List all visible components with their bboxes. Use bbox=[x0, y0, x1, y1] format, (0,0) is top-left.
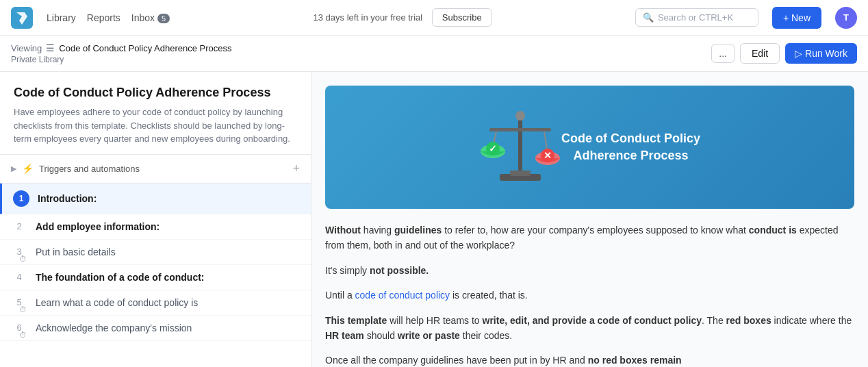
step-number: 4 bbox=[11, 272, 27, 282]
breadcrumb-actions: ... Edit ▷ Run Work bbox=[711, 43, 857, 64]
breadcrumb-top: Viewing ☰ Code of Conduct Policy Adheren… bbox=[11, 42, 232, 53]
steps-list: 1Introduction:2Add employee information:… bbox=[0, 184, 311, 341]
hero-image: ✓ ✕ Code of Conduct Policy Adherence Pro… bbox=[325, 86, 854, 209]
step-item[interactable]: 2Add employee information: bbox=[0, 214, 311, 240]
svg-rect-6 bbox=[489, 128, 551, 131]
article-paragraph-3: Until a code of conduct policy is create… bbox=[325, 288, 854, 303]
app-logo[interactable] bbox=[11, 7, 33, 29]
avatar[interactable]: T bbox=[835, 7, 857, 29]
step-item[interactable]: 5⏱Learn what a code of conduct policy is bbox=[0, 290, 311, 316]
more-options-button[interactable]: ... bbox=[711, 44, 735, 63]
article-content: Without having guidelines to refer to, h… bbox=[311, 209, 868, 367]
left-panel-header: Code of Conduct Policy Adherence Process… bbox=[0, 72, 311, 155]
step-label: Put in basic details bbox=[36, 246, 116, 257]
step-label: Add employee information: bbox=[36, 221, 159, 232]
article-paragraph-4: This template will help HR teams to writ… bbox=[325, 313, 854, 344]
article-paragraph-1: Without having guidelines to refer to, h… bbox=[325, 223, 854, 253]
nav-reports[interactable]: Reports bbox=[87, 12, 120, 23]
search-placeholder: Search or CTRL+K bbox=[658, 12, 733, 23]
new-button[interactable]: + New bbox=[772, 7, 821, 29]
bold-conduct: conduct is bbox=[749, 225, 797, 236]
breadcrumb-left: Viewing ☰ Code of Conduct Policy Adheren… bbox=[11, 42, 232, 64]
breadcrumb-bar: Viewing ☰ Code of Conduct Policy Adheren… bbox=[0, 36, 868, 72]
bold-no-red-boxes: no red boxes remain bbox=[588, 355, 682, 366]
triggers-label: Triggers and automations bbox=[39, 164, 140, 174]
svg-text:✓: ✓ bbox=[489, 143, 497, 154]
step-clock-icon: ⏱ bbox=[19, 255, 27, 263]
step-clock-icon: ⏱ bbox=[19, 305, 27, 314]
step-item[interactable]: 3⏱Put in basic details bbox=[0, 240, 311, 265]
breadcrumb-title: Code of Conduct Policy Adherence Process bbox=[59, 43, 231, 53]
bold-write-edit: write, edit, and provide a code of condu… bbox=[483, 315, 702, 326]
bold-guidelines: guidelines bbox=[394, 225, 442, 236]
trial-banner: 13 days left in your free trial Subscrib… bbox=[183, 8, 622, 27]
step-item[interactable]: 1Introduction: bbox=[0, 184, 311, 214]
breadcrumb-subtitle: Private Library bbox=[11, 55, 232, 64]
left-panel: Code of Conduct Policy Adherence Process… bbox=[0, 72, 311, 367]
bold-without: Without bbox=[325, 225, 361, 236]
step-item[interactable]: 6⏱Acknowledge the company's mission bbox=[0, 316, 311, 341]
top-navigation: Library Reports Inbox5 13 days left in y… bbox=[0, 0, 868, 36]
main-layout: Code of Conduct Policy Adherence Process… bbox=[0, 72, 868, 367]
viewing-label: Viewing bbox=[11, 43, 42, 53]
step-label: Learn what a code of conduct policy is bbox=[36, 297, 198, 308]
step-label: Acknowledge the company's mission bbox=[36, 322, 192, 333]
left-panel-title: Code of Conduct Policy Adherence Process bbox=[14, 86, 297, 100]
right-panel: ✓ ✕ Code of Conduct Policy Adherence Pro… bbox=[311, 72, 868, 367]
step-clock-icon: ⏱ bbox=[19, 331, 27, 339]
nav-links: Library Reports Inbox5 bbox=[47, 12, 170, 23]
bold-hr-team: HR team bbox=[325, 330, 364, 341]
svg-rect-2 bbox=[518, 116, 522, 174]
triggers-left: ▶ ⚡ Triggers and automations bbox=[11, 163, 140, 174]
run-work-button[interactable]: ▷ Run Work bbox=[785, 43, 857, 64]
subscribe-button[interactable]: Subscribe bbox=[432, 8, 492, 27]
hero-title: Code of Conduct Policy Adherence Process bbox=[561, 130, 700, 164]
edit-button[interactable]: Edit bbox=[740, 43, 780, 64]
svg-point-5 bbox=[515, 111, 525, 121]
nav-library[interactable]: Library bbox=[47, 12, 76, 23]
triggers-row[interactable]: ▶ ⚡ Triggers and automations + bbox=[0, 155, 311, 184]
search-icon: 🔍 bbox=[643, 12, 654, 23]
bold-write-paste: write or paste bbox=[398, 330, 460, 341]
lightning-icon: ⚡ bbox=[22, 163, 34, 174]
step-label: Introduction: bbox=[38, 193, 97, 204]
inbox-badge: 5 bbox=[157, 14, 170, 23]
step-number: 2 bbox=[11, 221, 27, 231]
breadcrumb-icon: ☰ bbox=[46, 42, 55, 53]
bold-not-possible: not possible. bbox=[370, 265, 429, 276]
step-label: The foundation of a code of conduct: bbox=[36, 272, 205, 283]
article-paragraph-5: Once all the company guidelines have bee… bbox=[325, 353, 854, 367]
step-item[interactable]: 4The foundation of a code of conduct: bbox=[0, 265, 311, 290]
left-panel-description: Have employees adhere to your code of co… bbox=[14, 105, 297, 146]
scales-illustration: ✓ ✕ bbox=[479, 102, 561, 193]
code-of-conduct-link[interactable]: code of conduct policy bbox=[355, 290, 450, 301]
step-number-active: 1 bbox=[13, 190, 29, 207]
svg-text:✕: ✕ bbox=[544, 150, 552, 161]
add-trigger-button[interactable]: + bbox=[292, 162, 300, 176]
nav-inbox[interactable]: Inbox5 bbox=[131, 12, 170, 23]
bold-red-boxes: red boxes bbox=[726, 315, 771, 326]
chevron-right-icon: ▶ bbox=[11, 164, 16, 173]
search-box[interactable]: 🔍 Search or CTRL+K bbox=[635, 8, 758, 27]
bold-this-template: This template bbox=[325, 315, 387, 326]
article-paragraph-2: It's simply not possible. bbox=[325, 263, 854, 278]
svg-rect-4 bbox=[510, 170, 531, 176]
